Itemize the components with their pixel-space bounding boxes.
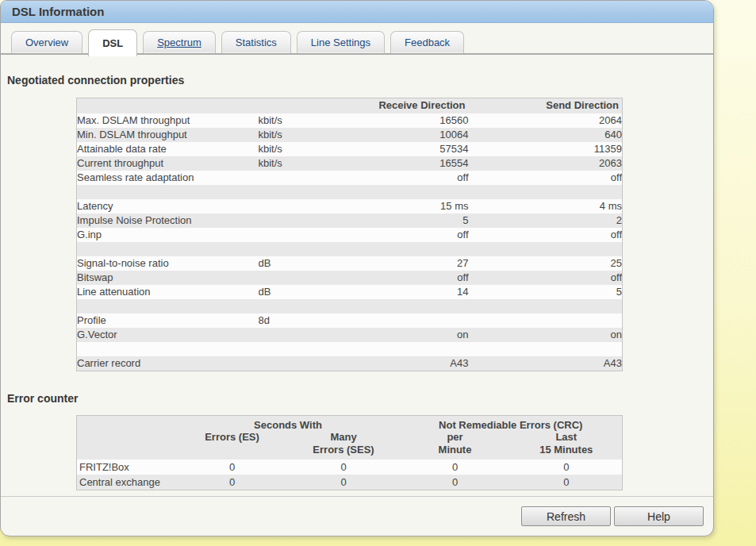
cell-receive: 15 ms — [342, 199, 469, 213]
error-table-row: Central exchange0000 — [77, 475, 623, 490]
cell-send: 25 — [469, 256, 623, 271]
cell-name: Bitswap — [77, 271, 259, 285]
cell-unit: 8d — [259, 313, 342, 328]
spacer-row — [77, 299, 623, 313]
cell-unit — [259, 328, 342, 342]
cell-send: on — [469, 328, 623, 342]
cell-unit — [259, 228, 342, 242]
refresh-button[interactable]: Refresh — [521, 506, 611, 526]
table-row: Bitswap offoff — [77, 271, 623, 285]
cell-receive: on — [342, 328, 469, 342]
table-row: Seamless rate adaptation offoff — [77, 171, 623, 185]
table-row: Signal-to-noise ratiodB2725 — [77, 256, 623, 271]
error-value-cell: 0 — [400, 475, 511, 490]
cell-name: Seamless rate adaptation — [77, 171, 259, 185]
error-section-heading: Error counter — [7, 392, 713, 405]
cell-receive: off — [342, 228, 469, 242]
error-column-header: Last15 Minutes — [511, 431, 623, 459]
error-value-cell: 0 — [511, 475, 623, 490]
header-not-remediable-errors: Not Remediable Errors (CRC) — [400, 415, 623, 431]
table-row: Min. DSLAM throughputkbit/s10064640 — [77, 128, 623, 142]
tab-dsl[interactable]: DSL — [88, 29, 137, 56]
cell-send: 5 — [469, 285, 623, 299]
error-column-header: ManyErrors (SES) — [288, 431, 400, 459]
table-row: G.inp offoff — [77, 228, 623, 242]
cell-receive: 5 — [342, 213, 469, 228]
error-row-label: FRITZ!Box — [77, 459, 177, 475]
cell-receive: 27 — [342, 256, 469, 271]
table-row: Current throughputkbit/s165542063 — [77, 156, 623, 171]
tab-label: DSL — [102, 37, 123, 49]
tab-label: Overview — [25, 37, 68, 48]
error-value-cell: 0 — [177, 459, 288, 475]
cell-receive: 16554 — [342, 156, 469, 171]
cell-unit — [259, 213, 342, 228]
cell-unit — [259, 356, 342, 371]
tab-overview[interactable]: Overview — [11, 31, 83, 53]
cell-send — [469, 313, 623, 328]
cell-name: Attainable data rate — [77, 142, 259, 156]
header-send-direction: Send Direction — [469, 98, 623, 113]
connection-table-body: Max. DSLAM throughputkbit/s165602064Min.… — [77, 113, 623, 371]
panel-titlebar: DSL Information — [1, 1, 713, 23]
cell-unit — [259, 171, 342, 185]
cell-name: Current throughput — [77, 156, 259, 171]
header-empty — [77, 431, 177, 459]
error-column-header: perMinute — [400, 431, 511, 459]
error-table-group-header-row: Seconds With Not Remediable Errors (CRC) — [77, 415, 623, 431]
tab-line-settings[interactable]: Line Settings — [297, 31, 385, 53]
spacer-cell — [77, 342, 623, 356]
header-empty — [77, 415, 177, 431]
error-counter-table: Seconds With Not Remediable Errors (CRC)… — [76, 415, 623, 491]
tab-label: Statistics — [236, 37, 277, 48]
connection-table-header-row: Receive Direction Send Direction — [77, 98, 623, 113]
cell-name: Signal-to-noise ratio — [77, 256, 259, 271]
cell-receive: 10064 — [342, 128, 469, 142]
error-value-cell: 0 — [177, 475, 288, 490]
cell-name: Min. DSLAM throughput — [77, 128, 259, 142]
cell-unit: kbit/s — [259, 156, 342, 171]
cell-send: off — [469, 271, 623, 285]
error-value-cell: 0 — [511, 459, 623, 475]
cell-unit: kbit/s — [259, 128, 342, 142]
cell-receive: 14 — [342, 285, 469, 299]
help-button[interactable]: Help — [614, 506, 704, 526]
cell-send: off — [469, 228, 623, 242]
cell-receive: 57534 — [342, 142, 469, 156]
table-row: Carrier record A43A43 — [77, 356, 623, 371]
cell-name: Profile — [77, 313, 259, 328]
cell-send: off — [469, 171, 623, 185]
header-seconds-with: Seconds With — [177, 415, 400, 431]
cell-name: Latency — [77, 199, 259, 213]
error-table-body: FRITZ!Box0000Central exchange0000 — [77, 459, 623, 490]
cell-send: 4 ms — [469, 199, 623, 213]
tab-statistics[interactable]: Statistics — [221, 31, 291, 53]
error-table-row: FRITZ!Box0000 — [77, 459, 623, 475]
spacer-row — [77, 242, 623, 256]
cell-unit: kbit/s — [259, 142, 342, 156]
tab-feedback[interactable]: Feedback — [390, 31, 464, 53]
page-title: DSL Information — [12, 5, 104, 18]
cell-unit: dB — [259, 256, 342, 271]
spacer-row — [77, 342, 623, 356]
cell-unit: kbit/s — [259, 113, 342, 128]
header-empty — [259, 98, 342, 113]
cell-name: Max. DSLAM throughput — [77, 113, 259, 128]
tab-spectrum[interactable]: Spectrum — [143, 31, 216, 53]
dsl-information-panel: DSL Information OverviewDSLSpectrumStati… — [0, 0, 714, 536]
error-row-label: Central exchange — [77, 475, 177, 490]
table-row: Max. DSLAM throughputkbit/s165602064 — [77, 113, 623, 128]
cell-receive: A43 — [342, 356, 469, 371]
table-row: Line attenuationdB145 — [77, 285, 623, 299]
cell-unit — [259, 271, 342, 285]
tab-bar: OverviewDSLSpectrumStatisticsLine Settin… — [1, 23, 713, 57]
cell-name: Carrier record — [77, 356, 259, 371]
table-row: Attainable data ratekbit/s5753411359 — [77, 142, 623, 156]
error-value-cell: 0 — [288, 459, 400, 475]
error-table-sub-header-row: Errors (ES)ManyErrors (SES)perMinuteLast… — [77, 431, 623, 459]
spacer-cell — [77, 185, 623, 199]
error-column-header: Errors (ES) — [177, 431, 288, 459]
table-row: Impulse Noise Protection 52 — [77, 213, 623, 228]
cell-receive: off — [342, 271, 469, 285]
table-row: Latency 15 ms4 ms — [77, 199, 623, 213]
